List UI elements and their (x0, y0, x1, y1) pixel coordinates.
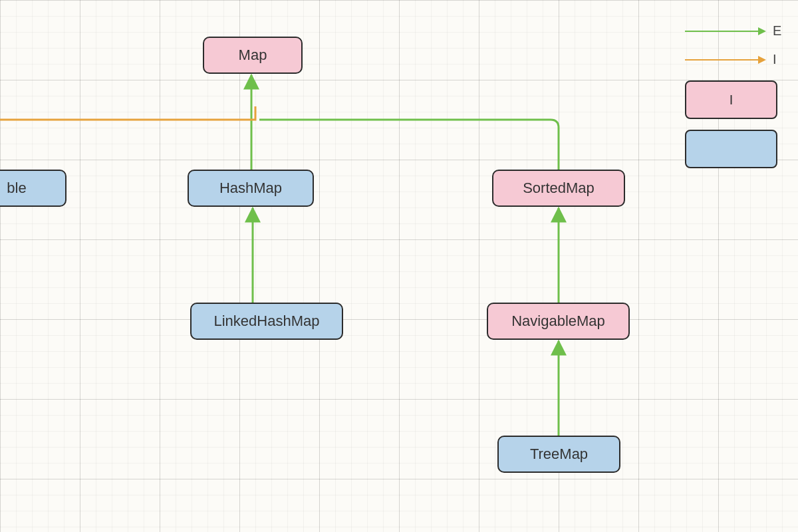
diagram-canvas[interactable]: Map ble HashMap SortedMap LinkedHashMap … (0, 0, 798, 532)
legend-row-extends: E (685, 23, 798, 39)
node-sortedmap[interactable]: SortedMap (492, 170, 625, 207)
edge-sortedmap-to-map (259, 120, 559, 170)
legend-interface-label: I (730, 92, 733, 108)
node-treemap[interactable]: TreeMap (497, 436, 620, 473)
legend-row-implements: I (685, 52, 798, 67)
node-label: NavigableMap (511, 313, 605, 330)
node-map[interactable]: Map (203, 37, 303, 74)
implements-arrow-icon (685, 59, 765, 61)
legend-interface-swatch: I (685, 80, 777, 119)
node-label: TreeMap (530, 446, 588, 463)
node-label: ble (7, 180, 26, 197)
legend-extends-label: E (773, 23, 781, 39)
node-label: SortedMap (523, 180, 595, 197)
legend-implements-label: I (773, 52, 777, 67)
node-hashmap[interactable]: HashMap (188, 170, 314, 207)
legend-class-swatch (685, 130, 777, 168)
extends-arrow-icon (685, 31, 765, 32)
node-navigablemap[interactable]: NavigableMap (487, 303, 630, 340)
connectors-layer (0, 0, 798, 532)
node-label: Map (239, 47, 267, 64)
node-linkedhashmap[interactable]: LinkedHashMap (190, 303, 343, 340)
node-hashtable[interactable]: ble (0, 170, 66, 207)
node-label: LinkedHashMap (214, 313, 320, 330)
legend: E I I (685, 23, 798, 179)
edge-hashtable-to-map (0, 106, 255, 120)
node-label: HashMap (219, 180, 282, 197)
